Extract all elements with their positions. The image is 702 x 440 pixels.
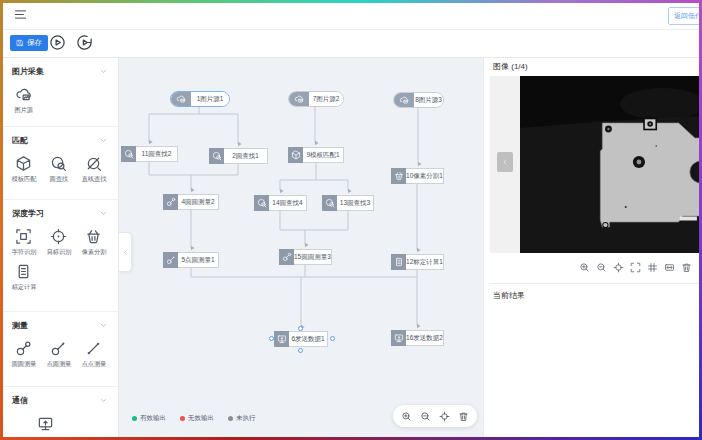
- selection-handle-right[interactable]: [330, 336, 335, 341]
- section-header[interactable]: 图片采集: [0, 58, 118, 77]
- circle-find-icon: [254, 195, 269, 211]
- point-circle-measure-icon: [50, 340, 67, 357]
- action-toolbar: 保存: [0, 30, 702, 58]
- chevron-down-icon: [99, 209, 108, 218]
- gray-dot: [228, 416, 233, 421]
- legend-label: 无效输出: [188, 414, 214, 423]
- node-label: 2圆查找1: [224, 148, 268, 164]
- sidebar-collapse-handle[interactable]: [119, 232, 132, 272]
- sidebar-item-target-detect[interactable]: 目标识别: [41, 228, 76, 257]
- section-title: 通信: [12, 395, 28, 406]
- section-header[interactable]: 通信: [0, 387, 118, 406]
- node-label: 14圆查找4: [269, 195, 307, 211]
- zoom-out-icon[interactable]: [420, 411, 431, 422]
- sidebar-item-line-find[interactable]: 直线查找: [76, 155, 111, 184]
- zoom-in-icon[interactable]: [579, 262, 590, 273]
- circle-find-icon: [121, 146, 136, 162]
- run-icon[interactable]: [49, 34, 66, 51]
- delete-icon[interactable]: [458, 411, 469, 422]
- node-label: 11圆查找2: [136, 146, 178, 162]
- node-label: 12标定计算1: [406, 254, 444, 270]
- sidebar-item-point-circle-measure[interactable]: 点圆测量: [41, 340, 76, 369]
- fit-icon[interactable]: [664, 262, 675, 273]
- sidebar-item-send-data[interactable]: [28, 415, 63, 435]
- flow-node-circle-find-1[interactable]: 2圆查找1: [209, 148, 268, 164]
- flow-canvas[interactable]: 1图片源1 7图片源2 8图片源3 11圆查找2 2圆查找1 9模板匹配1 10…: [119, 58, 483, 440]
- status-legend: 有效输出 无效输出 未执行: [132, 414, 256, 423]
- sidebar-item-pixel-segment[interactable]: 像素分割: [76, 228, 111, 257]
- target-icon: [50, 228, 67, 245]
- flow-node-circle-find-2[interactable]: 11圆查找2: [121, 146, 178, 162]
- tool-sidebar: 图片采集 图片源 匹配 模板匹配: [0, 58, 119, 440]
- chevron-down-icon: [99, 396, 108, 405]
- menu-icon[interactable]: [13, 8, 28, 21]
- circle-find-icon: [322, 195, 337, 211]
- sidebar-item-template-match[interactable]: 模板匹配: [6, 155, 41, 184]
- chevron-left-icon: [501, 158, 509, 166]
- grid-icon[interactable]: [647, 262, 658, 273]
- item-label: 模板匹配: [11, 175, 36, 184]
- sidebar-item-ocr[interactable]: 字符识别: [6, 228, 41, 257]
- circle-circle-measure-icon: [15, 340, 32, 357]
- item-label: 字符识别: [11, 248, 36, 257]
- item-label: 直线查找: [81, 175, 106, 184]
- selection-handle-bottom[interactable]: [298, 348, 303, 353]
- section-header[interactable]: 深度学习: [0, 200, 118, 219]
- section-header[interactable]: 测量: [0, 312, 118, 331]
- flow-node-circle-find-3[interactable]: 13圆查找3: [322, 195, 374, 211]
- flow-node-image-source-1[interactable]: 1图片源1: [170, 91, 230, 107]
- item-label: 图片源: [14, 106, 33, 115]
- node-label: 7图片源2: [309, 92, 343, 106]
- section-deep-learning: 深度学习 字符识别 目标识别 像素分割 标定计算: [0, 200, 118, 312]
- node-label: 6发送数据1: [289, 331, 328, 347]
- section-measure: 测量 圆圆测量 点圆测量 点点测量: [0, 312, 118, 387]
- item-label: 标定计算: [11, 283, 36, 292]
- flow-node-calibration-1[interactable]: 12标定计算1: [391, 254, 444, 270]
- delete-icon[interactable]: [681, 262, 692, 273]
- pixel-segment-icon: [85, 228, 102, 245]
- prev-image-button[interactable]: [497, 152, 513, 172]
- zoom-out-icon[interactable]: [596, 262, 607, 273]
- flow-node-circle-circle-measure-3[interactable]: 15圆圆测量3: [279, 249, 331, 265]
- calibration-doc-icon: [15, 263, 32, 280]
- image-panel-title: 图像 (1/4): [493, 61, 528, 72]
- calibration-doc-icon: [391, 254, 406, 270]
- flow-node-point-circle-measure-1[interactable]: 5点圆测量1: [163, 252, 219, 268]
- selection-handle-top[interactable]: [298, 326, 303, 331]
- zoom-in-icon[interactable]: [401, 411, 412, 422]
- node-label: 1图片源1: [191, 92, 229, 106]
- section-header[interactable]: 匹配: [0, 127, 118, 146]
- image-preview-panel: 图像 (1/4): [483, 58, 702, 440]
- flow-node-circle-circle-measure-2[interactable]: 4圆圆测量2: [163, 194, 219, 210]
- sidebar-item-circle-circle-measure[interactable]: 圆圆测量: [6, 340, 41, 369]
- run-step-icon[interactable]: [76, 34, 93, 51]
- back-to-lowcode-button[interactable]: 返回低代码: [668, 7, 702, 25]
- node-label: 8图片源3: [414, 93, 443, 107]
- sidebar-item-calibration[interactable]: 标定计算: [6, 263, 41, 292]
- node-label: 15圆圆测量3: [294, 249, 332, 265]
- flow-node-circle-find-4[interactable]: 14圆查找4: [254, 195, 307, 211]
- send-data-icon: [391, 330, 406, 346]
- divider: [490, 283, 702, 284]
- selection-handle-left[interactable]: [269, 336, 274, 341]
- flow-node-pixel-segment-1[interactable]: 10像素分割1: [391, 168, 444, 184]
- chevron-left-icon: [122, 249, 129, 256]
- flow-node-send-data-1[interactable]: 6发送数据1: [274, 331, 328, 347]
- flow-node-template-match-1[interactable]: 9模板匹配1: [288, 147, 344, 163]
- app-window: 返回低代码 保存 图片采集 图片源 匹配: [0, 0, 702, 440]
- legend-not-executed: 未执行: [228, 414, 256, 423]
- fullscreen-icon[interactable]: [630, 262, 641, 273]
- sidebar-item-circle-find[interactable]: 圆查找: [41, 155, 76, 184]
- item-label: 圆查找: [49, 175, 68, 184]
- sidebar-item-point-point-measure[interactable]: 点点测量: [76, 340, 111, 369]
- locate-icon[interactable]: [439, 411, 450, 422]
- sidebar-item-image-source[interactable]: 图片源: [6, 86, 41, 115]
- section-communication: 通信: [0, 387, 118, 440]
- image-viewer[interactable]: [490, 76, 702, 253]
- locate-icon[interactable]: [613, 262, 624, 273]
- save-button[interactable]: 保存: [10, 35, 48, 51]
- flow-node-image-source-3[interactable]: 8图片源3: [393, 92, 444, 108]
- flow-node-send-data-2[interactable]: 16发送数据2: [391, 330, 444, 346]
- flow-node-image-source-2[interactable]: 7图片源2: [288, 91, 344, 107]
- node-label: 5点圆测量1: [178, 252, 219, 268]
